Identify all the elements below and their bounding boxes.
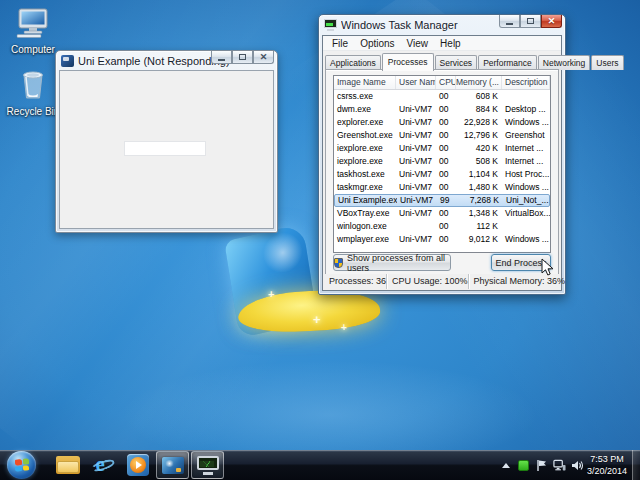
media-player-icon (127, 454, 149, 476)
close-icon: ✕ (548, 17, 556, 26)
desktop-icon-recycle-bin[interactable]: Recycle Bin (6, 68, 60, 117)
uni-example-textbox[interactable] (124, 141, 206, 156)
show-desktop-button[interactable] (632, 450, 640, 480)
process-list-body: csrss.exe00608 Kdwm.exeUni-VM700884 KDes… (334, 90, 550, 246)
start-button[interactable] (7, 451, 36, 479)
taskbar-item-media-player[interactable] (121, 451, 154, 479)
tab-networking[interactable]: Networking (538, 55, 591, 70)
process-cpu: 00 (436, 233, 456, 246)
minimize-button[interactable] (211, 51, 232, 64)
process-image: csrss.exe (334, 90, 396, 103)
processes-tab-page: Image NameUser NameCPUMemory (...Descrip… (325, 69, 559, 276)
tab-processes[interactable]: Processes (382, 53, 434, 71)
process-memory: 12,796 K (456, 129, 502, 142)
show-hidden-icons-button[interactable] (499, 459, 512, 472)
end-process-button[interactable]: End Process (491, 254, 551, 271)
close-icon: ✕ (260, 53, 268, 62)
taskbar-item-task-manager[interactable] (191, 451, 224, 479)
process-user: Uni-VM7 (396, 103, 436, 116)
process-user: Uni-VM7 (396, 116, 436, 129)
desktop: + + + Computer Recycle Bin Uni Example ( (0, 0, 640, 480)
network-icon[interactable] (553, 459, 566, 472)
desktop-icon-computer[interactable]: Computer (6, 8, 60, 55)
wallpaper-sparkle: + (313, 312, 321, 327)
menu-view[interactable]: View (401, 38, 435, 49)
minimize-button[interactable] (499, 15, 520, 28)
action-center-flag-icon[interactable] (535, 459, 548, 472)
process-image: Greenshot.exe (334, 129, 396, 142)
menu-file[interactable]: File (326, 38, 354, 49)
process-image: taskhost.exe (334, 168, 396, 181)
process-memory: 608 K (456, 90, 502, 103)
process-row[interactable]: csrss.exe00608 K (334, 90, 550, 103)
process-memory: 7,268 K (457, 195, 503, 206)
system-tray (499, 450, 584, 480)
status-cell: Processes: 36 (324, 274, 387, 289)
tab-services[interactable]: Services (435, 55, 478, 70)
close-button[interactable]: ✕ (541, 15, 562, 28)
taskbar-clock[interactable]: 7:53 PM 3/20/2014 (584, 453, 630, 477)
process-memory: 9,012 K (456, 233, 502, 246)
wallpaper-sparkle: + (341, 322, 347, 333)
process-row[interactable]: taskmgr.exeUni-VM7001,480 KWindows ... (334, 181, 550, 194)
process-user: Uni-VM7 (396, 142, 436, 155)
internet-explorer-icon: e (91, 454, 115, 476)
process-row[interactable]: explorer.exeUni-VM70022,928 KWindows ... (334, 116, 550, 129)
process-description: Host Proc... (502, 168, 550, 181)
minimize-icon (218, 59, 225, 61)
tab-performance[interactable]: Performance (478, 55, 537, 70)
process-row[interactable]: VBoxTray.exeUni-VM7001,348 KVirtualBox..… (334, 207, 550, 220)
taskbar-item-explorer[interactable] (51, 451, 84, 479)
process-row[interactable]: Greenshot.exeUni-VM70012,796 KGreenshot (334, 129, 550, 142)
process-row[interactable]: iexplore.exeUni-VM700420 KInternet ... (334, 142, 550, 155)
tab-strip: ApplicationsProcessesServicesPerformance… (325, 53, 625, 70)
maximize-button[interactable] (520, 15, 541, 28)
process-list-header: Image NameUser NameCPUMemory (...Descrip… (334, 76, 550, 90)
menu-bar: FileOptionsViewHelp (323, 36, 561, 51)
computer-icon (15, 8, 51, 38)
tab-users[interactable]: Users (591, 55, 623, 70)
taskbar-item-uni-example[interactable] (156, 451, 189, 479)
process-image: winlogon.exe (334, 220, 396, 233)
taskbar-item-internet-explorer[interactable]: e (86, 451, 119, 479)
process-cpu: 00 (436, 90, 456, 103)
process-image: iexplore.exe (334, 142, 396, 155)
column-header[interactable]: Description (502, 76, 550, 89)
tab-applications[interactable]: Applications (325, 55, 381, 70)
show-all-users-button[interactable]: Show processes from all users (333, 254, 451, 271)
process-description: Internet ... (502, 155, 550, 168)
column-header[interactable]: Image Name (334, 76, 396, 89)
tray-green-app-icon[interactable] (517, 459, 530, 472)
uni-example-client-area (59, 70, 274, 229)
process-row[interactable]: taskhost.exeUni-VM7001,104 KHost Proc... (334, 168, 550, 181)
process-row[interactable]: dwm.exeUni-VM700884 KDesktop ... (334, 103, 550, 116)
show-all-users-label: Show processes from all users (347, 253, 450, 273)
process-description: Greenshot (502, 129, 550, 142)
volume-icon[interactable] (571, 459, 584, 472)
process-row[interactable]: Uni Example.exeUni-VM7997,268 KUni_Not_.… (334, 194, 550, 207)
close-button[interactable]: ✕ (253, 51, 274, 64)
process-cpu: 00 (436, 116, 456, 129)
process-cpu: 00 (436, 220, 456, 233)
process-image: Uni Example.exe (335, 195, 397, 206)
process-cpu: 00 (436, 207, 456, 220)
column-header[interactable]: CPU (436, 76, 456, 89)
process-row[interactable]: winlogon.exe00112 K (334, 220, 550, 233)
process-list[interactable]: Image NameUser NameCPUMemory (...Descrip… (333, 75, 551, 253)
maximize-button[interactable] (232, 51, 253, 64)
process-description: VirtualBox... (502, 207, 550, 220)
process-memory: 22,928 K (456, 116, 502, 129)
uni-example-icon (162, 457, 184, 474)
column-header[interactable]: Memory (... (456, 76, 502, 89)
process-image: iexplore.exe (334, 155, 396, 168)
process-row[interactable]: wmplayer.exeUni-VM7009,012 KWindows ... (334, 233, 550, 246)
menu-options[interactable]: Options (354, 38, 400, 49)
menu-help[interactable]: Help (434, 38, 467, 49)
process-cpu: 00 (436, 142, 456, 155)
process-row[interactable]: iexplore.exeUni-VM700508 KInternet ... (334, 155, 550, 168)
tm-caption-buttons: ✕ (499, 15, 562, 28)
clock-date: 3/20/2014 (584, 465, 630, 477)
process-user (396, 90, 436, 103)
process-memory: 1,480 K (456, 181, 502, 194)
column-header[interactable]: User Name (396, 76, 436, 89)
